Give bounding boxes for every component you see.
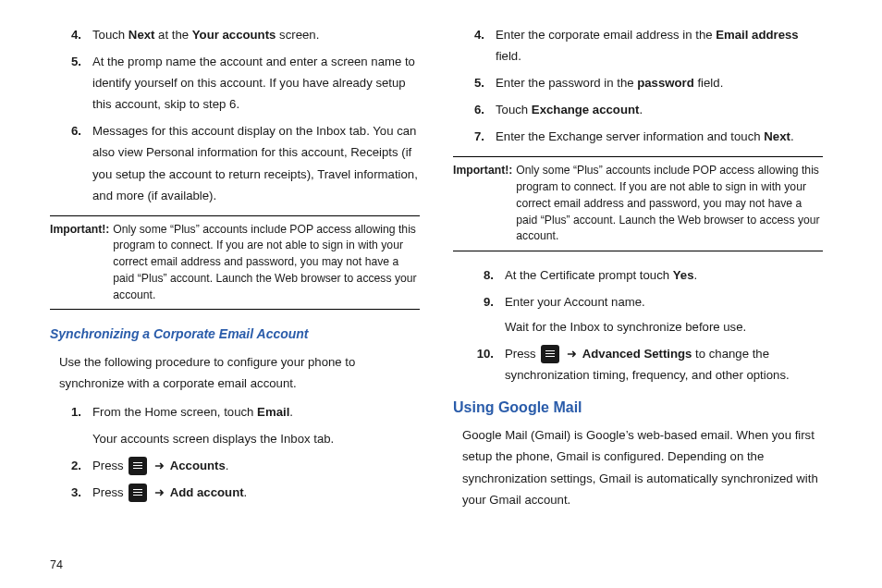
left-column: 4.Touch Next at the Your accounts screen… [50,24,436,579]
menu-icon [541,345,559,363]
important-note-right: Important!: Only some “Plus” accounts in… [453,156,823,251]
step-number: 2. [50,455,92,476]
step-text: Enter the corporate email address in the… [496,24,823,67]
step-text: At the Certificate prompt touch Yes. [505,264,823,286]
step-text: At the promp name the account and enter … [92,51,420,115]
right-column: 4.Enter the corporate email address in t… [436,24,839,579]
important-text: Only some “Plus” accounts include POP ac… [113,222,420,303]
list-item: 4.Enter the corporate email address in t… [453,24,823,67]
list-item: 8.At the Certificate prompt touch Yes. [453,264,823,286]
list-item: 10.Press ➜ Advanced Settings to change t… [453,343,823,386]
step-text: Press ➜ Accounts. [92,455,420,476]
menu-icon [129,457,147,475]
step-text: Enter the Exchange server information an… [496,126,823,147]
step-text: Press ➜ Advanced Settings to change the … [505,343,823,386]
left-steps-bottom: 1.From the Home screen, touch Email.Your… [50,401,420,503]
left-steps-top: 4.Touch Next at the Your accounts screen… [50,24,420,206]
step-number: 6. [453,99,496,120]
step-number: 4. [453,24,496,67]
important-text: Only some “Plus” accounts include POP ac… [516,163,823,244]
list-item: 3.Press ➜ Add account. [50,482,420,503]
important-label: Important!: [453,163,516,244]
step-text: Press ➜ Add account. [92,482,420,503]
important-label: Important!: [50,222,113,303]
step-number: 5. [453,72,496,93]
important-note-left: Important!: Only some “Plus” accounts in… [50,215,420,310]
sync-intro: Use the following procedure to configure… [59,351,420,394]
list-item: 2.Press ➜ Accounts. [50,455,420,476]
list-item: 5.At the promp name the account and ente… [50,51,420,115]
step-text: Touch Next at the Your accounts screen. [92,24,420,45]
sub-heading-sync: Synchronizing a Corporate Email Account [50,323,420,346]
page-number: 74 [50,558,63,571]
step-number: 3. [50,482,92,503]
list-item: 6.Touch Exchange account. [453,99,823,120]
list-item: 5.Enter the password in the password fie… [453,72,823,93]
step-number: 5. [50,51,92,115]
list-item: 1.From the Home screen, touch Email.Your… [50,401,420,449]
step-number: 4. [50,24,92,45]
step-number: 1. [50,401,92,449]
step-number: 7. [453,126,496,147]
list-item: 4.Touch Next at the Your accounts screen… [50,24,420,45]
step-text: Enter the password in the password field… [496,72,823,93]
page: 4.Touch Next at the Your accounts screen… [0,0,882,588]
step-number: 10. [453,343,505,386]
step-text: Touch Exchange account. [496,99,823,120]
step-number: 8. [453,264,505,286]
list-item: 7.Enter the Exchange server information … [453,126,823,147]
step-number: 9. [453,291,505,337]
section-heading-gmail: Using Google Mail [453,395,823,421]
step-text: Messages for this account display on the… [92,120,420,205]
step-number: 6. [50,120,92,205]
right-steps-middle: 8.At the Certificate prompt touch Yes.9.… [453,264,823,386]
step-text: From the Home screen, touch Email.Your a… [92,401,420,449]
list-item: 6.Messages for this account display on t… [50,120,420,205]
right-steps-top: 4.Enter the corporate email address in t… [453,24,823,147]
menu-icon [129,484,147,502]
gmail-body: Google Mail (Gmail) is Google’s web-base… [462,424,823,509]
step-text: Enter your Account name.Wait for the Inb… [505,291,823,337]
list-item: 9.Enter your Account name.Wait for the I… [453,291,823,337]
